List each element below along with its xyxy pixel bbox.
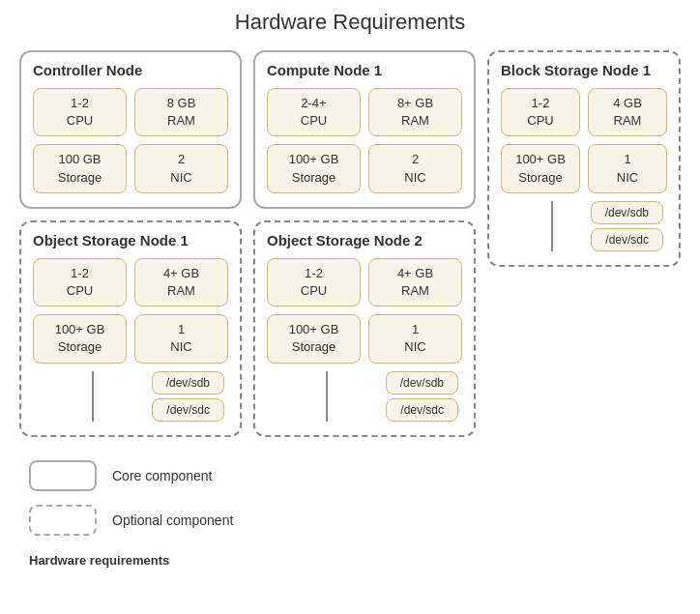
left-column: Controller Node 1-2CPU 8 GBRAM 100 GBSto…: [19, 50, 476, 437]
legend-core: Core component: [29, 460, 671, 491]
spec-item: 1-2CPU: [267, 258, 361, 307]
controller-node: Controller Node 1-2CPU 8 GBRAM 100 GBSto…: [19, 50, 242, 209]
block-node: Block Storage Node 1 1-2CPU 4 GBRAM 100+…: [487, 50, 681, 267]
footer-note: Hardware requirements: [10, 553, 690, 568]
block-devtags: /dev/sdb /dev/sdc: [501, 201, 667, 251]
spec-item: 1NIC: [588, 144, 667, 192]
bottom-row: Object Storage Node 1 1-2CPU 4+ GBRAM 10…: [19, 220, 476, 437]
spec-item: 1-2CPU: [501, 88, 580, 136]
dev-tag: /dev/sdc: [386, 398, 458, 422]
compute-node: Compute Node 1 2-4+CPU 8+ GBRAM 100+ GBS…: [253, 50, 476, 209]
spec-item: 2NIC: [134, 144, 228, 192]
object1-devtags: /dev/sdb /dev/sdc: [33, 371, 228, 422]
dev-tag: /dev/sdc: [152, 398, 224, 422]
compute-specs: 2-4+CPU 8+ GBRAM 100+ GBStorage 2NIC: [267, 88, 462, 193]
object2-node: Object Storage Node 2 1-2CPU 4+ GBRAM 10…: [253, 220, 476, 437]
block-node-title: Block Storage Node 1: [501, 62, 667, 78]
dev-tag: /dev/sdb: [386, 371, 458, 395]
top-row: Controller Node 1-2CPU 8 GBRAM 100 GBSto…: [19, 50, 476, 209]
spec-item: 1-2CPU: [33, 88, 127, 136]
legend-area: Core component Optional component: [10, 460, 690, 536]
spec-item: 100 GBStorage: [33, 144, 127, 192]
object1-specs: 1-2CPU 4+ GBRAM 100+ GBStorage 1NIC: [33, 258, 228, 364]
controller-node-title: Controller Node: [33, 62, 228, 78]
spec-item: 4+ GBRAM: [368, 258, 462, 307]
page-title: Hardware Requirements: [10, 10, 690, 35]
spec-item: 100+ GBStorage: [501, 144, 580, 192]
spec-item: 4+ GBRAM: [134, 258, 228, 307]
spec-item: 1-2CPU: [33, 258, 127, 307]
spec-item: 2-4+CPU: [267, 88, 361, 136]
dev-tag: /dev/sdc: [591, 228, 663, 251]
spec-item: 4 GBRAM: [588, 88, 667, 136]
object2-specs: 1-2CPU 4+ GBRAM 100+ GBStorage 1NIC: [267, 258, 462, 364]
legend-core-label: Core component: [112, 468, 213, 483]
object1-node: Object Storage Node 1 1-2CPU 4+ GBRAM 10…: [19, 220, 242, 437]
spec-item: 2NIC: [368, 144, 462, 192]
diagram-area: Controller Node 1-2CPU 8 GBRAM 100 GBSto…: [10, 50, 690, 437]
block-specs: 1-2CPU 4 GBRAM 100+ GBStorage 1NIC: [501, 88, 667, 193]
object1-node-title: Object Storage Node 1: [33, 232, 228, 249]
object2-devtags: /dev/sdb /dev/sdc: [267, 371, 462, 422]
compute-node-title: Compute Node 1: [267, 62, 462, 78]
object2-node-title: Object Storage Node 2: [267, 232, 462, 249]
spec-item: 8 GBRAM: [134, 88, 228, 136]
spec-item: 1NIC: [368, 314, 462, 363]
spec-item: 100+ GBStorage: [267, 144, 361, 192]
legend-optional-label: Optional component: [112, 512, 233, 528]
spec-item: 1NIC: [134, 314, 228, 363]
controller-specs: 1-2CPU 8 GBRAM 100 GBStorage 2NIC: [33, 88, 228, 193]
legend-optional-box: [29, 505, 97, 536]
spec-item: 100+ GBStorage: [267, 314, 361, 363]
legend-optional: Optional component: [29, 505, 671, 536]
dev-tag: /dev/sdb: [591, 201, 663, 224]
spec-item: 100+ GBStorage: [33, 314, 127, 363]
legend-core-box: [29, 460, 97, 491]
spec-item: 8+ GBRAM: [368, 88, 462, 136]
right-column: Block Storage Node 1 1-2CPU 4 GBRAM 100+…: [487, 50, 681, 437]
dev-tag: /dev/sdb: [152, 371, 224, 395]
